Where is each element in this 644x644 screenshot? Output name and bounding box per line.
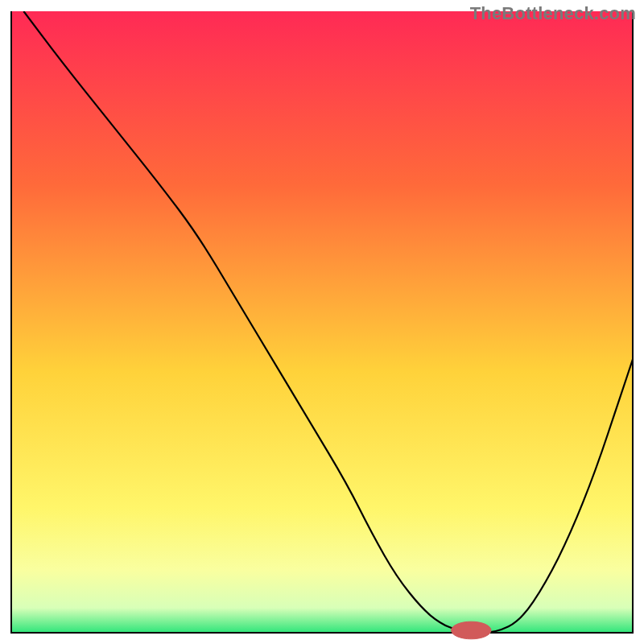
chart-stage: TheBottleneck.com — [0, 0, 644, 644]
bottleneck-chart — [0, 0, 644, 644]
watermark-text: TheBottleneck.com — [470, 3, 636, 24]
gradient-background — [11, 11, 633, 633]
optimal-marker — [452, 621, 491, 639]
